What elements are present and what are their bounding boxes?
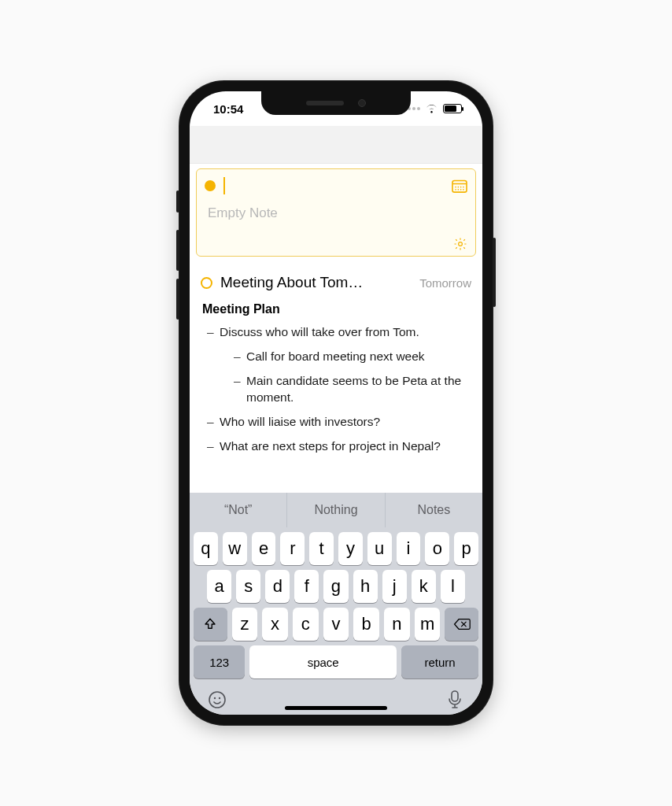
key-o[interactable]: o [425,532,449,565]
key-123[interactable]: 123 [194,645,245,678]
key-v[interactable]: v [323,608,349,641]
microphone-icon[interactable] [445,690,465,710]
key-c[interactable]: c [293,608,319,641]
front-camera [358,99,366,107]
svg-point-12 [214,697,216,699]
phone-frame: 10:54 Empty Note [179,80,493,726]
list-item: Discuss who will take over from Tom. Cal… [220,324,471,406]
text-cursor [223,177,225,194]
key-p[interactable]: p [454,532,478,565]
svg-point-2 [455,187,456,188]
calendar-icon[interactable] [452,179,467,193]
svg-rect-0 [452,180,467,192]
key-y[interactable]: y [338,532,363,565]
key-q[interactable]: q [194,532,218,565]
key-d[interactable]: d [265,570,290,603]
section-heading: Meeting Plan [202,302,471,316]
key-g[interactable]: g [323,570,348,603]
status-time: 10:54 [213,102,243,116]
shift-icon [203,617,217,631]
svg-point-5 [463,187,464,188]
note-content-area: Meeting About Tom… Tomorrow Meeting Plan… [190,264,482,493]
svg-point-8 [460,189,462,190]
key-space[interactable]: space [249,645,397,678]
key-b[interactable]: b [353,608,379,641]
home-indicator[interactable] [285,706,387,710]
svg-point-11 [209,692,225,708]
svg-point-13 [219,697,220,699]
svg-point-6 [455,189,456,190]
key-return[interactable]: return [401,645,478,678]
note-date: Tomorrow [419,276,471,290]
list-item: Main candidate seems to be Peta at the m… [246,373,471,406]
key-x[interactable]: x [262,608,288,641]
note-bullet-open-icon [201,277,212,289]
key-k[interactable]: k [412,570,436,603]
new-note-placeholder: Empty Note [208,205,467,221]
status-icons [403,104,462,113]
notch [261,91,411,115]
note-title: Meeting About Tom… [220,274,412,291]
app-header-bar [190,126,482,164]
svg-point-10 [459,242,463,246]
list-item: Call for board meeting next week [246,349,471,365]
key-shift[interactable] [194,608,227,641]
note-bullet-filled-icon [205,180,216,191]
keyboard: “Not” Nothing Notes q w e r t y u i o p … [190,493,482,715]
suggestion[interactable]: Nothing [287,493,385,527]
key-t[interactable]: t [309,532,334,565]
volume-up-button [176,230,179,271]
screen: 10:54 Empty Note [190,91,482,715]
key-j[interactable]: j [382,570,407,603]
svg-point-4 [460,187,462,188]
key-r[interactable]: r [280,532,305,565]
gear-icon[interactable] [453,237,467,251]
wifi-icon [425,104,438,113]
bullet-list: Discuss who will take over from Tom. Cal… [201,324,471,455]
key-a[interactable]: a [207,570,231,603]
list-item: Who will liaise with investors? [220,414,471,431]
suggestion-bar: “Not” Nothing Notes [190,493,482,527]
suggestion[interactable]: “Not” [190,493,287,527]
volume-down-button [176,279,179,320]
key-s[interactable]: s [236,570,260,603]
key-z[interactable]: z [232,608,258,641]
svg-rect-14 [452,691,458,701]
key-i[interactable]: i [397,532,421,565]
svg-point-9 [463,189,464,190]
mute-switch [176,190,179,213]
key-e[interactable]: e [252,532,276,565]
key-w[interactable]: w [223,532,247,565]
list-item-text: Discuss who will take over from Tom. [220,325,419,338]
emoji-icon[interactable] [207,690,227,710]
key-u[interactable]: u [367,532,392,565]
battery-icon [443,104,462,113]
note-title-row[interactable]: Meeting About Tom… Tomorrow [201,274,471,291]
key-m[interactable]: m [415,608,441,641]
key-l[interactable]: l [441,570,465,603]
key-h[interactable]: h [353,570,378,603]
key-f[interactable]: f [294,570,319,603]
speaker-grille [306,101,344,105]
suggestion[interactable]: Notes [386,493,482,527]
backspace-icon [453,618,471,630]
key-backspace[interactable] [445,608,478,641]
list-item: What are next steps for project in Nepal… [220,438,471,455]
new-note-card[interactable]: Empty Note [196,168,476,257]
svg-point-3 [458,187,460,188]
svg-point-7 [458,189,460,190]
power-button [493,238,496,307]
key-n[interactable]: n [384,608,410,641]
